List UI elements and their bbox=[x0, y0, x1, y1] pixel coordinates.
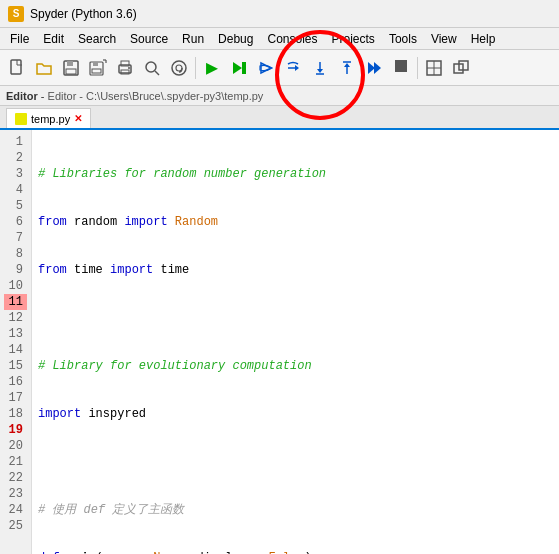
line-num-12: 12 bbox=[4, 310, 27, 326]
editor-path-separator: - bbox=[38, 90, 48, 102]
svg-point-13 bbox=[146, 62, 156, 72]
code-line-5: # Library for evolutionary computation bbox=[38, 358, 553, 374]
print-button[interactable] bbox=[112, 55, 138, 81]
menu-help[interactable]: Help bbox=[465, 30, 502, 48]
line-numbers: 1 2 3 4 5 6 7 8 9 10 11 12 13 14 15 16 1… bbox=[0, 130, 32, 554]
menu-projects[interactable]: Projects bbox=[326, 30, 381, 48]
at-button[interactable] bbox=[166, 55, 192, 81]
line-num-2: 2 bbox=[4, 150, 27, 166]
menu-view[interactable]: View bbox=[425, 30, 463, 48]
sep-2 bbox=[417, 57, 418, 79]
svg-marker-29 bbox=[374, 62, 381, 74]
line-num-13: 13 bbox=[4, 326, 27, 342]
editor-file-path: Editor - C:\Users\Bruce\.spyder-py3\temp… bbox=[48, 90, 264, 102]
editor-path-bar: Editor - Editor - C:\Users\Bruce\.spyder… bbox=[0, 86, 559, 106]
svg-marker-21 bbox=[295, 65, 299, 71]
line-num-6: 6 bbox=[4, 214, 27, 230]
find-button[interactable] bbox=[139, 55, 165, 81]
line-num-16: 16 bbox=[4, 374, 27, 390]
line-num-1: 1 bbox=[4, 134, 27, 150]
svg-rect-5 bbox=[93, 62, 98, 66]
toolbar: ▶ bbox=[0, 50, 559, 86]
line-num-25: 25 bbox=[4, 518, 27, 534]
svg-marker-23 bbox=[317, 69, 323, 73]
step-return-button[interactable] bbox=[334, 55, 360, 81]
menu-search[interactable]: Search bbox=[72, 30, 122, 48]
code-content[interactable]: # Libraries for random number generation… bbox=[32, 130, 559, 554]
svg-marker-17 bbox=[233, 62, 242, 74]
restore-pane-button[interactable] bbox=[448, 55, 474, 81]
menu-tools[interactable]: Tools bbox=[383, 30, 423, 48]
line-num-14: 14 bbox=[4, 342, 27, 358]
line-num-15: 15 bbox=[4, 358, 27, 374]
code-line-1: # Libraries for random number generation bbox=[38, 166, 553, 182]
tab-bar: temp.py ✕ bbox=[0, 106, 559, 130]
code-line-4 bbox=[38, 310, 553, 326]
line-num-10: 10 bbox=[4, 278, 27, 294]
save-all-button[interactable] bbox=[85, 55, 111, 81]
code-line-8: # 使用 def 定义了主函数 bbox=[38, 502, 553, 518]
code-line-9: def main(prng = None, display = False): bbox=[38, 550, 553, 554]
line-num-24: 24 bbox=[4, 502, 27, 518]
step-over-button[interactable] bbox=[280, 55, 306, 81]
menu-bar: File Edit Search Source Run Debug Consol… bbox=[0, 28, 559, 50]
line-num-8: 8 bbox=[4, 246, 27, 262]
editor-path-label: Editor bbox=[6, 90, 38, 102]
svg-rect-2 bbox=[67, 61, 73, 66]
new-file-button[interactable] bbox=[4, 55, 30, 81]
line-num-11: 11 bbox=[4, 294, 27, 310]
svg-rect-30 bbox=[395, 60, 407, 72]
line-num-9: 9 bbox=[4, 262, 27, 278]
menu-file[interactable]: File bbox=[4, 30, 35, 48]
line-num-3: 3 bbox=[4, 166, 27, 182]
sep-1 bbox=[195, 57, 196, 79]
line-num-5: 5 bbox=[4, 198, 27, 214]
maximize-pane-button[interactable] bbox=[421, 55, 447, 81]
svg-point-12 bbox=[128, 67, 130, 69]
tab-label: temp.py bbox=[31, 113, 70, 125]
open-file-button[interactable] bbox=[31, 55, 57, 81]
tab-close-button[interactable]: ✕ bbox=[74, 113, 82, 124]
line-num-19: 19 bbox=[4, 422, 27, 438]
svg-rect-6 bbox=[92, 69, 101, 73]
svg-rect-3 bbox=[66, 69, 76, 74]
tab-temp-py[interactable]: temp.py ✕ bbox=[6, 108, 91, 128]
menu-consoles[interactable]: Consoles bbox=[261, 30, 323, 48]
svg-rect-0 bbox=[11, 60, 21, 74]
code-line-2: from random import Random bbox=[38, 214, 553, 230]
code-line-7 bbox=[38, 454, 553, 470]
svg-line-14 bbox=[155, 71, 159, 75]
line-num-7: 7 bbox=[4, 230, 27, 246]
svg-marker-28 bbox=[368, 62, 375, 74]
menu-edit[interactable]: Edit bbox=[37, 30, 70, 48]
line-num-21: 21 bbox=[4, 454, 27, 470]
line-num-23: 23 bbox=[4, 486, 27, 502]
save-button[interactable] bbox=[58, 55, 84, 81]
tab-file-icon bbox=[15, 113, 27, 125]
run-button[interactable]: ▶ bbox=[199, 55, 225, 81]
code-line-3: from time import time bbox=[38, 262, 553, 278]
line-num-20: 20 bbox=[4, 438, 27, 454]
code-editor[interactable]: 1 2 3 4 5 6 7 8 9 10 11 12 13 14 15 16 1… bbox=[0, 130, 559, 554]
debug-button[interactable] bbox=[253, 55, 279, 81]
continue-button[interactable] bbox=[361, 55, 387, 81]
app-icon: S bbox=[8, 6, 24, 22]
menu-source[interactable]: Source bbox=[124, 30, 174, 48]
app-title: Spyder (Python 3.6) bbox=[30, 7, 137, 21]
menu-run[interactable]: Run bbox=[176, 30, 210, 48]
svg-point-15 bbox=[172, 61, 186, 75]
menu-debug[interactable]: Debug bbox=[212, 30, 259, 48]
line-num-22: 22 bbox=[4, 470, 27, 486]
stop-button[interactable] bbox=[388, 55, 414, 81]
svg-marker-26 bbox=[344, 63, 350, 67]
code-line-6: import inspyred bbox=[38, 406, 553, 422]
line-num-4: 4 bbox=[4, 182, 27, 198]
run-selection-button[interactable] bbox=[226, 55, 252, 81]
step-into-button[interactable] bbox=[307, 55, 333, 81]
line-num-18: 18 bbox=[4, 406, 27, 422]
line-num-17: 17 bbox=[4, 390, 27, 406]
title-bar: S Spyder (Python 3.6) bbox=[0, 0, 559, 28]
